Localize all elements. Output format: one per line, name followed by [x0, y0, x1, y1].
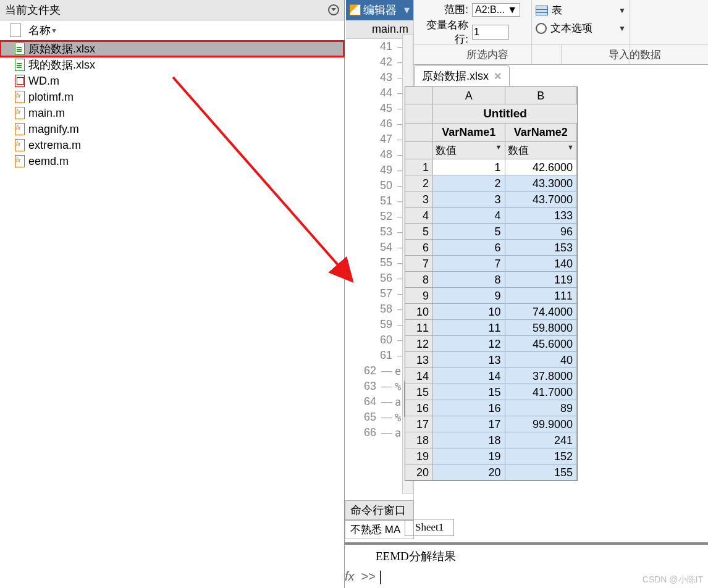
table-row[interactable]: 5596	[405, 224, 577, 240]
cell-a[interactable]: 5	[433, 224, 505, 240]
cell-b[interactable]: 153	[505, 240, 578, 256]
row-number[interactable]: 17	[405, 416, 433, 432]
table-row[interactable]: 3343.7000	[405, 191, 577, 208]
row-number[interactable]: 19	[405, 448, 433, 464]
cell-a[interactable]: 4	[433, 208, 505, 224]
file-list-header[interactable]: 名称 ▾	[0, 20, 344, 41]
cell-b[interactable]: 42.6000	[505, 159, 578, 175]
table-row[interactable]: 141437.8000	[405, 368, 577, 384]
file-row[interactable]: 我的数据.xlsx	[0, 57, 344, 73]
row-number[interactable]: 13	[405, 352, 433, 368]
table-row[interactable]: 2020155	[405, 464, 577, 481]
cell-a[interactable]: 2	[433, 175, 505, 191]
row-number[interactable]: 16	[405, 400, 433, 416]
row-number[interactable]: 7	[405, 256, 433, 272]
cell-a[interactable]: 16	[433, 400, 505, 416]
cell-b[interactable]: 111	[505, 288, 578, 304]
cell-a[interactable]: 19	[433, 448, 505, 464]
cell-b[interactable]: 43.7000	[505, 191, 578, 208]
file-row[interactable]: eemd.m	[0, 153, 344, 169]
row-number[interactable]: 12	[405, 336, 433, 352]
row-number[interactable]: 8	[405, 272, 433, 288]
cell-a[interactable]: 17	[433, 416, 505, 432]
table-row[interactable]: 121245.6000	[405, 336, 577, 352]
cell-a[interactable]: 18	[433, 432, 505, 448]
file-row[interactable]: main.m	[0, 105, 344, 121]
file-row[interactable]: magnify.m	[0, 121, 344, 137]
row-number[interactable]: 14	[405, 368, 433, 384]
table-row[interactable]: 161689	[405, 400, 577, 416]
table-row[interactable]: 2243.3000	[405, 175, 577, 191]
editor-dropdown-icon[interactable]: ▾	[404, 3, 410, 17]
varname-2[interactable]: VarName2	[505, 124, 578, 142]
table-row[interactable]: 111159.8000	[405, 320, 577, 336]
row-number[interactable]: 20	[405, 464, 433, 481]
row-number[interactable]: 1	[405, 159, 433, 175]
row-number[interactable]: 2	[405, 175, 433, 191]
cell-b[interactable]: 37.8000	[505, 368, 578, 384]
cell-b[interactable]: 45.6000	[505, 336, 578, 352]
cell-b[interactable]: 74.4000	[505, 304, 578, 320]
grid-title[interactable]: Untitled	[433, 104, 577, 124]
cell-b[interactable]: 40	[505, 352, 578, 368]
varname-1[interactable]: VarName1	[433, 124, 505, 142]
table-row[interactable]: 1818241	[405, 432, 577, 448]
cell-b[interactable]: 99.9000	[505, 416, 578, 432]
cell-a[interactable]: 13	[433, 352, 505, 368]
table-row[interactable]: 171799.9000	[405, 416, 577, 432]
editor-tab-title[interactable]: 编辑器 ▾	[346, 0, 413, 20]
file-row[interactable]: extrema.m	[0, 137, 344, 153]
text-options-dropdown[interactable]: 文本选项 ▼	[536, 19, 626, 37]
cell-a[interactable]: 14	[433, 368, 505, 384]
col-header-a[interactable]: A	[433, 87, 505, 104]
command-prompt[interactable]: fx >>	[345, 569, 381, 584]
row-number[interactable]: 9	[405, 288, 433, 304]
cell-a[interactable]: 7	[433, 256, 505, 272]
cell-a[interactable]: 12	[433, 336, 505, 352]
grid-corner[interactable]	[405, 87, 433, 104]
row-number[interactable]: 11	[405, 320, 433, 336]
table-row[interactable]: 1142.6000	[405, 159, 577, 175]
cell-a[interactable]: 11	[433, 320, 505, 336]
table-row[interactable]: 1919152	[405, 448, 577, 464]
file-row[interactable]: WD.m	[0, 73, 344, 89]
coltype-1[interactable]: 数值▼	[433, 142, 505, 159]
cell-a[interactable]: 8	[433, 272, 505, 288]
row-number[interactable]: 15	[405, 384, 433, 400]
cell-b[interactable]: 155	[505, 464, 578, 481]
cell-a[interactable]: 6	[433, 240, 505, 256]
cell-b[interactable]: 41.7000	[505, 384, 578, 400]
cell-b[interactable]: 59.8000	[505, 320, 578, 336]
cell-a[interactable]: 3	[433, 191, 505, 208]
range-dropdown[interactable]: A2:B... ▼	[472, 3, 520, 17]
cell-b[interactable]: 96	[505, 224, 578, 240]
row-number[interactable]: 5	[405, 224, 433, 240]
table-row[interactable]: 151541.7000	[405, 384, 577, 400]
cell-a[interactable]: 9	[433, 288, 505, 304]
close-icon[interactable]: ✕	[494, 70, 502, 82]
panel-menu-icon[interactable]	[328, 4, 339, 15]
cell-b[interactable]: 119	[505, 272, 578, 288]
varrow-input[interactable]	[472, 25, 509, 40]
row-number[interactable]: 4	[405, 208, 433, 224]
col-header-b[interactable]: B	[505, 87, 578, 104]
row-number[interactable]: 3	[405, 191, 433, 208]
table-row[interactable]: 99111	[405, 288, 577, 304]
row-number[interactable]: 18	[405, 432, 433, 448]
table-row[interactable]: 77140	[405, 256, 577, 272]
cell-a[interactable]: 20	[433, 464, 505, 481]
table-row[interactable]: 88119	[405, 272, 577, 288]
cell-b[interactable]: 241	[505, 432, 578, 448]
coltype-2[interactable]: 数值▼	[505, 142, 578, 159]
cell-a[interactable]: 1	[433, 159, 505, 175]
file-row[interactable]: plotimf.m	[0, 89, 344, 105]
cell-a[interactable]: 15	[433, 384, 505, 400]
cell-b[interactable]: 152	[505, 448, 578, 464]
cell-b[interactable]: 43.3000	[505, 175, 578, 191]
table-row[interactable]: 131340	[405, 352, 577, 368]
cell-a[interactable]: 10	[433, 304, 505, 320]
cell-b[interactable]: 89	[505, 400, 578, 416]
row-number[interactable]: 6	[405, 240, 433, 256]
file-row[interactable]: 原始数据.xlsx	[0, 41, 344, 57]
cell-b[interactable]: 133	[505, 208, 578, 224]
